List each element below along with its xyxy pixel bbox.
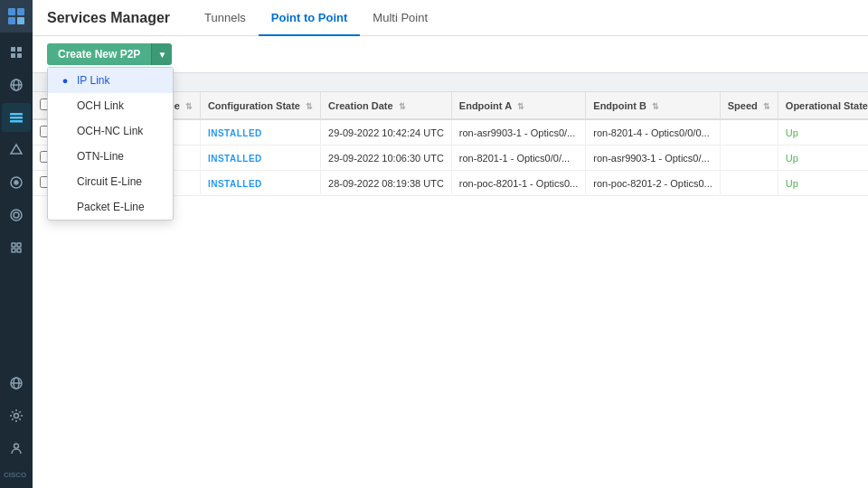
svg-rect-5 [17, 47, 22, 52]
dropdown-item-otn-line[interactable]: OTN-Line [48, 144, 173, 169]
cell-config-state: INSTALLED [200, 119, 320, 145]
svg-rect-21 [12, 249, 15, 252]
dropdown-item-circuit-e-line[interactable]: Circuit E-Line [48, 169, 173, 194]
cell-endpoint-b: ron-asr9903-1 - Optics0/... [586, 145, 720, 171]
dropdown-item-packet-e-line[interactable]: Packet E-Line [48, 194, 173, 220]
circuit-e-line-icon [59, 175, 71, 188]
svg-rect-13 [10, 120, 23, 123]
sidebar-icon-monitor[interactable] [2, 201, 31, 230]
cell-creation-date: 28-09-2022 08:19:38 UTC [321, 171, 452, 196]
logo-icon [6, 6, 26, 26]
sidebar-icon-gear[interactable] [2, 401, 31, 430]
dropdown-item-otn-line-label: OTN-Line [77, 150, 124, 163]
svg-rect-4 [11, 47, 15, 52]
ip-link-icon: ● [59, 74, 71, 87]
sidebar-icon-services[interactable] [2, 103, 31, 132]
create-btn-group: Create New P2P ▼ ● IP Link OCH Link OCH-… [47, 43, 172, 65]
cell-endpoint-a: ron-poc-8201-1 - Optics0... [451, 171, 585, 196]
sidebar-icon-network[interactable] [2, 70, 31, 99]
tab-point-to-point[interactable]: Point to Point [259, 2, 360, 37]
cell-config-state: INSTALLED [200, 171, 320, 196]
svg-marker-14 [11, 145, 22, 154]
svg-point-16 [14, 181, 18, 184]
dropdown-item-packet-e-line-label: Packet E-Line [77, 201, 145, 213]
dropdown-item-och-link-label: OCH Link [77, 99, 124, 112]
svg-rect-11 [10, 113, 23, 116]
svg-rect-20 [17, 243, 21, 247]
sort-icon-date: ⇅ [399, 102, 406, 111]
dropdown-item-circuit-e-line-label: Circuit E-Line [77, 175, 142, 188]
sort-icon-p2p: ⇅ [185, 102, 193, 111]
svg-rect-22 [17, 249, 21, 252]
otn-line-icon [59, 150, 71, 163]
sort-icon-endpoint-a: ⇅ [517, 102, 524, 111]
svg-rect-7 [17, 53, 22, 58]
main-content: Services Manager Tunnels Point to Point … [33, 0, 868, 488]
nav-tabs: Tunnels Point to Point Multi Point [192, 0, 868, 35]
svg-rect-12 [10, 117, 23, 119]
cell-endpoint-a: ron-8201-1 - Optics0/0/... [451, 145, 585, 171]
cell-op-state: Up [778, 145, 868, 171]
tab-multi-point[interactable]: Multi Point [360, 2, 440, 37]
sidebar-icon-globe[interactable] [2, 369, 31, 398]
cell-endpoint-b: ron-8201-4 - Optics0/0/0... [586, 119, 720, 145]
col-config-state[interactable]: Configuration State ⇅ [200, 92, 320, 119]
cell-creation-date: 29-09-2022 10:06:30 UTC [321, 145, 452, 171]
svg-rect-1 [17, 8, 24, 15]
sort-icon-speed: ⇅ [763, 102, 770, 111]
create-dropdown-arrow[interactable]: ▼ [151, 43, 172, 65]
sidebar-icon-user[interactable] [2, 434, 31, 463]
svg-point-17 [11, 210, 22, 221]
dropdown-item-och-link[interactable]: OCH Link [48, 93, 173, 118]
dropdown-item-ip-link[interactable]: ● IP Link [48, 68, 173, 93]
col-op-state[interactable]: Operational State ⇅ [778, 92, 868, 119]
col-creation-date[interactable]: Creation Date ⇅ [321, 92, 452, 119]
svg-rect-0 [8, 8, 15, 15]
dropdown-item-och-nc-link-label: OCH-NC Link [77, 125, 143, 137]
cisco-logo: CISCO [4, 468, 29, 481]
svg-rect-19 [12, 243, 15, 247]
cell-op-state: Up [778, 171, 868, 196]
cell-speed [720, 145, 778, 171]
app-title: Services Manager [47, 10, 170, 26]
toolbar: Create New P2P ▼ ● IP Link OCH Link OCH-… [33, 36, 868, 73]
svg-rect-6 [11, 53, 15, 58]
svg-point-18 [14, 212, 19, 218]
sidebar-bottom: CISCO [2, 367, 31, 488]
svg-point-26 [14, 414, 19, 418]
sort-icon-config: ⇅ [306, 102, 313, 111]
create-new-p2p-button[interactable]: Create New P2P [47, 43, 151, 65]
sidebar-icon-topology[interactable] [2, 136, 31, 164]
och-nc-link-icon [59, 125, 71, 137]
app-header: Services Manager Tunnels Point to Point … [33, 0, 868, 36]
cell-endpoint-b: ron-poc-8201-2 - Optics0... [586, 171, 720, 196]
svg-point-27 [14, 444, 19, 448]
och-link-icon [59, 99, 71, 112]
cell-endpoint-a: ron-asr9903-1 - Optics0/... [451, 119, 585, 145]
dropdown-item-ip-link-label: IP Link [77, 74, 109, 87]
cell-config-state: INSTALLED [200, 145, 320, 171]
svg-rect-3 [17, 17, 24, 24]
tab-tunnels[interactable]: Tunnels [192, 2, 259, 37]
sidebar-icon-settings2[interactable] [2, 233, 31, 262]
col-endpoint-a[interactable]: Endpoint A ⇅ [451, 92, 585, 119]
cell-creation-date: 29-09-2022 10:42:24 UTC [321, 119, 452, 145]
sort-icon-endpoint-b: ⇅ [652, 102, 659, 111]
cell-speed [720, 171, 778, 196]
svg-text:CISCO: CISCO [4, 471, 26, 479]
sidebar-icon-alerts[interactable] [2, 168, 31, 197]
svg-rect-2 [8, 17, 15, 24]
cell-op-state: Up [778, 119, 868, 145]
create-dropdown-menu: ● IP Link OCH Link OCH-NC Link OTN-Line [47, 67, 174, 221]
dropdown-item-och-nc-link[interactable]: OCH-NC Link [48, 118, 173, 144]
col-speed[interactable]: Speed ⇅ [720, 92, 778, 119]
col-endpoint-b[interactable]: Endpoint B ⇅ [586, 92, 720, 119]
sidebar: CISCO [0, 0, 33, 488]
sidebar-icon-home[interactable] [2, 38, 31, 67]
cell-speed [720, 119, 778, 145]
packet-e-line-icon [59, 201, 71, 213]
app-logo [0, 0, 33, 33]
